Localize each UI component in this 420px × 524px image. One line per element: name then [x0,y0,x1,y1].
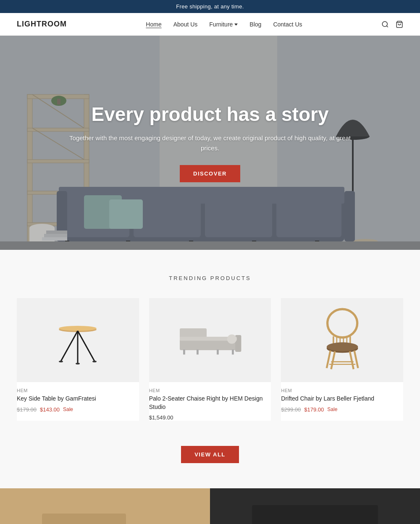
svg-rect-58 [183,349,185,354]
price-regular-2: $1,549.00 [149,414,173,421]
cart-button[interactable] [396,21,403,28]
svg-line-73 [331,351,335,369]
announcement-text: Free shipping, at any time. [176,3,244,10]
sale-label-1: Sale [63,406,73,412]
product-pricing-3: $299.00 $179.00 Sale [281,406,403,413]
site-logo[interactable]: LIGHTROOM [17,20,67,29]
product-pricing-1: $179.00 $143.00 Sale [17,406,139,413]
price-original-1: $179.00 [17,406,37,413]
svg-point-50 [59,361,63,362]
sale-label-3: Sale [327,406,337,412]
price-original-3: $299.00 [281,406,301,413]
nav-home[interactable]: Home [146,21,161,28]
svg-rect-60 [197,349,199,354]
product-image-3 [281,298,403,382]
search-icon [381,21,389,28]
product-image-2 [149,298,271,382]
product-name-1: Key Side Table by GamFratesi [17,395,139,403]
product-brand-2: HEM [149,388,271,393]
teaser-background [0,488,420,524]
svg-point-70 [326,342,358,351]
announcement-bar: Free shipping, at any time. [0,0,420,13]
product-card[interactable]: HEM Palo 2-Seater Chaise Right by HEM De… [149,298,271,421]
nav-about[interactable]: About Us [173,21,198,28]
bottom-teaser [0,488,420,524]
header-actions [381,21,403,28]
trending-section: TRENDING PRODUCTS HEM [0,250,420,488]
svg-rect-59 [232,349,234,354]
chaise-image [176,318,244,362]
svg-point-46 [59,326,97,331]
search-button[interactable] [381,21,389,28]
svg-line-74 [349,351,353,369]
product-pricing-2: $1,549.00 [149,414,271,421]
hero-title: Every product has a story [63,103,357,126]
price-sale-1: $143.00 [40,406,60,413]
svg-rect-80 [252,505,378,524]
hero-subtitle: Together with the most engaging designer… [63,133,357,153]
product-card[interactable]: HEM Key Side Table by GamFratesi $179.00… [17,298,139,421]
svg-point-51 [92,361,97,362]
svg-line-71 [326,351,330,368]
svg-rect-61 [217,349,219,354]
svg-point-57 [227,334,236,343]
svg-line-48 [78,331,94,361]
price-sale-3: $179.00 [304,406,324,413]
product-name-3: Drifted Chair by Lars Beller Fjetland [281,395,403,403]
cart-icon [396,21,403,28]
view-all-button[interactable]: VIEW ALL [181,446,239,463]
side-table-image [44,307,111,374]
product-name-2: Palo 2-Seater Chaise Right by HEM Design… [149,395,271,411]
hero-content: Every product has a story Together with … [63,103,357,182]
products-grid: HEM Key Side Table by GamFratesi $179.00… [17,298,403,421]
svg-point-52 [76,363,80,364]
trending-title: TRENDING PRODUCTS [17,275,403,281]
nav-contact[interactable]: Contact Us [273,21,302,28]
svg-point-0 [382,21,387,26]
svg-line-72 [354,351,358,368]
discover-button[interactable]: DISCOVER [180,165,240,182]
svg-rect-79 [42,514,126,524]
svg-point-62 [327,309,357,338]
product-image-1 [17,298,139,382]
site-header: LIGHTROOM Home About Us Furniture Blog C… [0,13,420,36]
hero-section: Every product has a story Together with … [0,36,420,250]
nav-blog[interactable]: Blog [249,21,261,28]
svg-line-1 [386,26,388,27]
svg-line-47 [61,331,78,361]
main-nav: Home About Us Furniture Blog Contact Us [146,21,302,28]
product-brand-1: HEM [17,388,139,393]
product-card[interactable]: HEM Drifted Chair by Lars Beller Fjetlan… [281,298,403,421]
chair-image [312,307,372,374]
product-brand-3: HEM [281,388,403,393]
nav-furniture-dropdown[interactable]: Furniture [209,21,238,28]
furniture-chevron-icon [234,24,238,26]
